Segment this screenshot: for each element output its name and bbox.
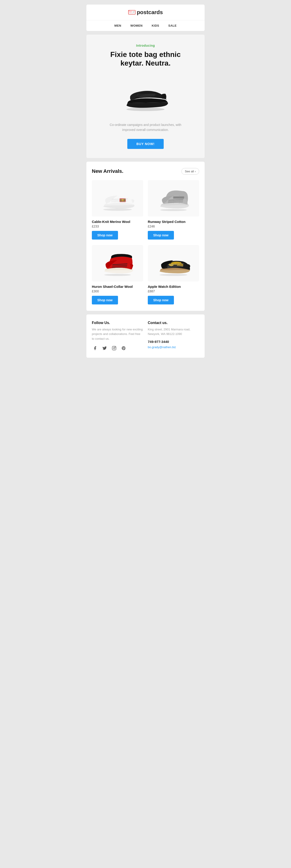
product-item-4: Apple Watch Edition £887 Shop now xyxy=(148,245,199,304)
contact-email[interactable]: bo.grady@nathen.biz xyxy=(148,345,176,349)
product-name-2: Runway Striped Cotton xyxy=(148,220,199,224)
product-image-4 xyxy=(148,245,199,281)
product-name-1: Cable-Knit Merino Wool xyxy=(92,220,143,224)
product-item-2: Runway Striped Cotton £246 Shop now xyxy=(148,180,199,240)
hero-product-image xyxy=(116,74,175,116)
logo: postcards xyxy=(91,9,200,16)
svg-point-26 xyxy=(104,274,131,276)
product-image-2 xyxy=(148,180,199,217)
product-item-3: Huron Shawl-Collar Wool £300 Shop now xyxy=(92,245,143,304)
svg-rect-2 xyxy=(129,11,132,13)
nav-bar: MEN WOMEN KIDS SALE xyxy=(86,20,205,31)
svg-point-20 xyxy=(160,209,187,211)
products-grid: Cable-Knit Merino Wool £233 Shop now xyxy=(92,180,199,304)
hero-title: Fixie tote bag ethnic keytar. Neutra. xyxy=(93,50,198,68)
shop-button-4[interactable]: Shop now xyxy=(148,296,174,304)
logo-icon xyxy=(128,9,136,15)
footer-section: Follow Us. We are always looking for new… xyxy=(86,314,205,358)
product-price-3: £300 xyxy=(92,289,143,293)
product-price-1: £233 xyxy=(92,224,143,228)
email-container: postcards MEN WOMEN KIDS SALE Introducin… xyxy=(86,5,205,358)
see-all-label: See all xyxy=(185,169,194,173)
arrivals-section: New Arrivals. See all › xyxy=(86,162,205,311)
shop-button-1[interactable]: Shop now xyxy=(92,231,118,240)
product-image-3 xyxy=(92,245,143,281)
product-price-4: £887 xyxy=(148,289,199,293)
see-all-button[interactable]: See all › xyxy=(181,168,199,175)
chevron-right-icon: › xyxy=(195,169,196,173)
logo-area: postcards xyxy=(86,5,205,20)
svg-point-12 xyxy=(103,208,132,211)
twitter-icon[interactable] xyxy=(101,345,108,351)
buy-now-button[interactable]: BUY NOW! xyxy=(127,139,164,149)
svg-point-30 xyxy=(159,274,187,276)
facebook-icon[interactable] xyxy=(92,345,98,351)
footer-follow: Follow Us. We are always looking for new… xyxy=(92,321,143,351)
follow-title: Follow Us. xyxy=(92,321,143,325)
svg-rect-35 xyxy=(112,346,116,350)
logo-text: postcards xyxy=(137,9,163,16)
contact-title: Contact us. xyxy=(148,321,199,325)
pinterest-icon[interactable] xyxy=(120,345,127,351)
shop-button-2[interactable]: Shop now xyxy=(148,231,174,240)
hero-section: Introducing Fixie tote bag ethnic keytar… xyxy=(86,35,205,158)
social-icons-row xyxy=(92,345,143,351)
product-item-1: Cable-Knit Merino Wool £233 Shop now xyxy=(92,180,143,240)
instagram-icon[interactable] xyxy=(111,345,117,351)
svg-point-8 xyxy=(126,107,165,111)
product-price-2: £246 xyxy=(148,224,199,228)
product-name-3: Huron Shawl-Collar Wool xyxy=(92,285,143,288)
svg-rect-22 xyxy=(174,196,184,198)
hero-introducing-label: Introducing xyxy=(93,44,198,48)
nav-men[interactable]: MEN xyxy=(114,24,121,27)
nav-women[interactable]: WOMEN xyxy=(130,24,143,27)
product-image-1 xyxy=(92,180,143,217)
arrivals-title: New Arrivals. xyxy=(92,168,123,174)
nav-kids[interactable]: KIDS xyxy=(152,24,159,27)
shop-button-3[interactable]: Shop now xyxy=(92,296,118,304)
svg-point-37 xyxy=(115,347,115,347)
arrivals-header: New Arrivals. See all › xyxy=(92,168,199,175)
hero-description: Co-ordinate campaigns and product launch… xyxy=(109,122,182,132)
product-name-4: Apple Watch Edition xyxy=(148,285,199,288)
svg-point-36 xyxy=(113,347,115,349)
contact-address: King street, 2901 Marmara road, Newyork,… xyxy=(148,327,199,337)
contact-phone: 749-977-3440 xyxy=(148,340,199,344)
follow-text: We are always looking for new exciting p… xyxy=(92,327,143,341)
header-card: postcards MEN WOMEN KIDS SALE xyxy=(86,5,205,31)
nav-sale[interactable]: SALE xyxy=(168,24,177,27)
footer-contact: Contact us. King street, 2901 Marmara ro… xyxy=(148,321,199,351)
